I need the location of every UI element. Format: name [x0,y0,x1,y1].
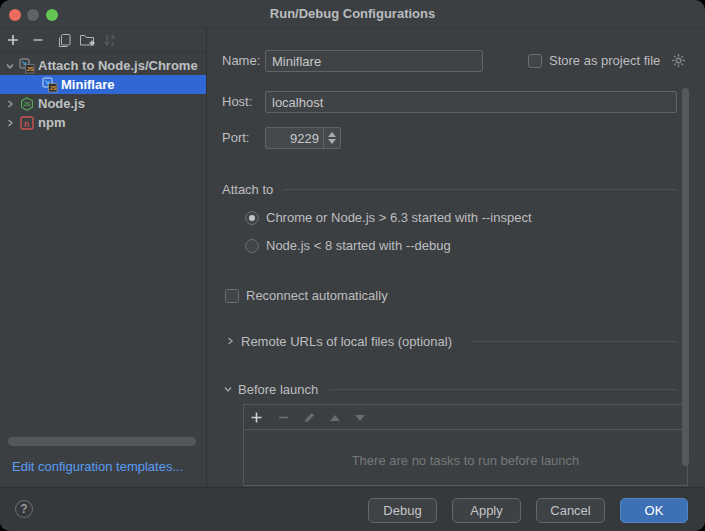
section-divider [472,341,677,342]
svg-text:JS: JS [24,101,31,107]
chevron-right-icon[interactable] [5,99,15,109]
radio-chrome-inspect[interactable] [245,211,259,225]
title-bar: Run/Debug Configurations [0,0,705,28]
run-debug-configurations-dialog: Run/Debug Configurations az [0,0,705,531]
port-stepper[interactable] [323,128,340,148]
store-as-project-file-checkbox[interactable] [528,54,542,68]
svg-text:z: z [111,40,114,47]
before-launch-section-label[interactable]: Before launch [238,382,318,398]
move-task-up-icon[interactable] [328,411,341,424]
attach-nodejs-chrome-icon: JS [42,77,58,93]
remove-configuration-icon[interactable] [30,32,46,48]
tree-item-attach-to-nodejs-chrome[interactable]: JS Attach to Node.js/Chrome [0,56,206,75]
remove-task-icon[interactable] [277,411,290,424]
before-launch-toolbar [244,405,687,430]
apply-button[interactable]: Apply [452,498,521,523]
radio-chrome-inspect-label: Chrome or Node.js > 6.3 started with --i… [266,210,532,226]
tree-item-label: Attach to Node.js/Chrome [38,58,198,73]
tree-item-nodejs[interactable]: JS Node.js [0,94,206,113]
no-tasks-message: There are no tasks to run before launch [244,453,687,468]
add-task-icon[interactable] [250,411,263,424]
reconnect-automatically-checkbox[interactable] [225,289,239,303]
attach-nodejs-chrome-icon: JS [19,58,35,74]
npm-icon: n [19,115,35,131]
store-as-project-file-label: Store as project file [549,53,660,69]
section-divider [330,389,677,390]
configuration-form: Name: Store as project file Host: Port: … [208,28,705,487]
configurations-sidebar: az JS Attach to Node.js/Chrome JS Minifl… [0,28,207,487]
ok-button[interactable]: OK [620,498,688,523]
chevron-down-icon[interactable] [223,384,233,394]
name-input[interactable] [265,50,483,72]
radio-nodejs-debug[interactable] [245,239,259,253]
add-configuration-icon[interactable] [5,32,21,48]
stepper-up-icon[interactable] [328,132,336,137]
section-divider [283,189,677,190]
attach-to-section-label: Attach to [222,182,273,198]
host-label: Host: [222,94,252,110]
configurations-tree: JS Attach to Node.js/Chrome JS Miniflare… [0,56,206,132]
reconnect-automatically-label: Reconnect automatically [246,288,388,304]
port-field [265,127,341,149]
tree-item-label: Node.js [38,96,85,111]
content-vertical-scrollbar[interactable] [682,88,689,466]
remote-urls-section-label[interactable]: Remote URLs of local files (optional) [241,334,452,350]
before-launch-tasks-panel: There are no tasks to run before launch [243,404,688,486]
copy-configuration-icon[interactable] [56,32,72,48]
radio-nodejs-debug-label: Node.js < 8 started with --debug [266,238,451,254]
tree-item-label: npm [38,115,65,130]
svg-text:a: a [111,33,115,40]
nodejs-icon: JS [19,96,35,112]
host-input[interactable] [265,91,677,113]
move-task-down-icon[interactable] [353,411,366,424]
chevron-down-icon[interactable] [5,61,15,71]
chevron-right-icon[interactable] [225,336,235,346]
chevron-right-icon[interactable] [5,118,15,128]
dialog-footer: ? Debug Apply Cancel OK [0,487,705,531]
stepper-down-icon[interactable] [328,139,336,144]
sidebar-horizontal-scrollbar[interactable] [8,437,196,446]
svg-text:JS: JS [50,85,57,91]
tree-item-label: Miniflare [61,77,114,92]
edit-task-icon[interactable] [303,411,316,424]
edit-configuration-templates-link[interactable]: Edit configuration templates... [12,459,183,474]
name-label: Name: [222,53,260,69]
help-button[interactable]: ? [15,500,33,518]
sidebar-toolbar: az [0,28,206,53]
port-label: Port: [222,130,249,146]
new-folder-icon[interactable] [79,32,95,48]
sort-configurations-icon[interactable]: az [102,32,118,48]
tree-item-miniflare[interactable]: JS Miniflare [0,75,206,94]
cancel-button[interactable]: Cancel [536,498,605,523]
svg-text:n: n [24,118,29,128]
debug-button[interactable]: Debug [368,498,437,523]
dialog-title: Run/Debug Configurations [0,0,705,28]
tree-item-npm[interactable]: n npm [0,113,206,132]
svg-text:JS: JS [27,66,34,72]
gear-icon[interactable] [671,53,686,71]
port-input[interactable] [266,128,323,148]
